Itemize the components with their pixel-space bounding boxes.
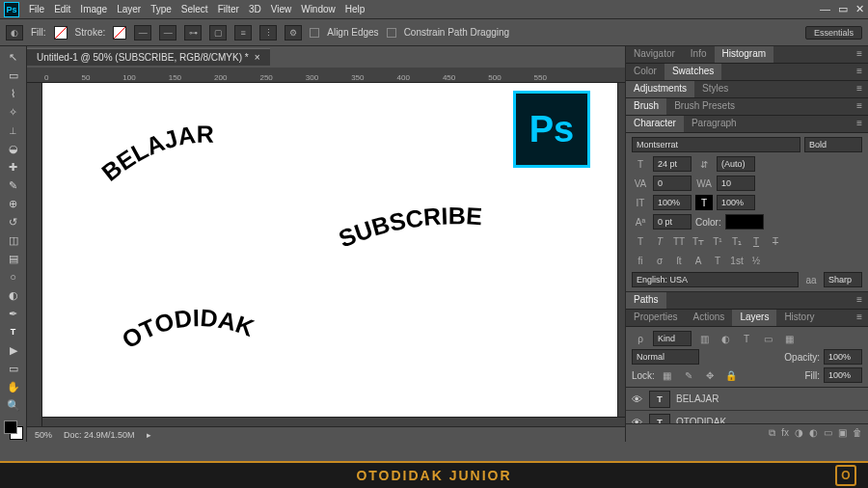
subscript-button[interactable]: T₁ [728,233,746,249]
move-tool[interactable]: ↖ [3,48,24,66]
menu-layer[interactable]: Layer [117,4,141,14]
brush-tool[interactable]: ✎ [3,176,24,194]
layer-fx-icon[interactable]: fx [781,427,789,439]
smallcaps-button[interactable]: Tᴛ [690,233,707,249]
antialias-select[interactable]: Sharp [824,272,862,287]
fraction-button[interactable]: 1st [728,253,746,268]
pen-tool[interactable]: ✒ [3,305,24,322]
menu-filter[interactable]: Filter [218,4,239,14]
shape-tool[interactable]: ▭ [3,360,24,377]
eyedropper-tool[interactable]: ◒ [3,140,24,157]
italic-button[interactable]: T [651,233,668,249]
ordinal-button[interactable]: σ [651,253,668,268]
superscript-button[interactable]: T¹ [709,233,726,249]
canvas[interactable]: BELAJAR SUBSCRIBE OTODIDAK Ps [42,83,625,426]
tab-history[interactable]: History [776,310,822,326]
text-color-swatch[interactable] [725,214,764,230]
tab-color[interactable]: Color [626,64,665,80]
stroke-width[interactable]: — [134,25,151,41]
visibility-toggle[interactable]: 👁 [632,393,643,405]
menu-file[interactable]: File [29,4,44,14]
panel-menu-icon[interactable]: ≡ [851,81,868,97]
tab-character[interactable]: Character [626,116,684,132]
filter-adj-icon[interactable]: ◐ [717,331,734,346]
minimize-icon[interactable]: — [820,3,830,15]
workspace-switcher[interactable]: Essentials [805,26,862,40]
panel-menu-icon[interactable]: ≡ [851,64,868,80]
scrollbar-horizontal[interactable] [42,417,625,426]
menu-window[interactable]: Window [301,4,336,14]
menu-select[interactable]: Select [181,4,208,14]
tab-navigator[interactable]: Navigator [626,46,683,63]
panel-menu-icon[interactable]: ≡ [851,98,868,115]
leading-field[interactable]: (Auto) [717,156,755,172]
tab-swatches[interactable]: Swatches [665,64,721,80]
path-op-icon[interactable]: ▢ [209,25,227,41]
menu-image[interactable]: Image [80,4,107,14]
history-brush-tool[interactable]: ↺ [3,213,24,230]
new-group-icon[interactable]: ▭ [824,427,832,439]
language-select[interactable]: English: USA [632,272,799,287]
panel-menu-icon[interactable]: ≡ [851,116,868,132]
color-swatches[interactable] [4,420,23,440]
filter-smart-icon[interactable]: ▦ [780,331,798,346]
lock-transparent-icon[interactable]: ▦ [659,367,676,383]
tab-brush[interactable]: Brush [626,98,666,115]
stroke-swatch[interactable] [113,26,126,40]
filter-icon[interactable]: ρ [632,331,649,346]
close-icon[interactable]: ✕ [855,3,864,15]
tab-paragraph[interactable]: Paragraph [684,116,745,132]
layer-name[interactable]: BELAJAR [676,393,719,404]
tab-paths[interactable]: Paths [626,292,666,309]
bold-button[interactable]: T [632,233,649,249]
tool-preset-icon[interactable]: ◐ [6,25,23,41]
fill-swatch[interactable] [54,26,68,40]
dodge-tool[interactable]: ◐ [3,286,24,304]
layer-row[interactable]: 👁 T BELAJAR [626,388,868,411]
titling-button[interactable]: T [709,253,726,268]
font-weight-select[interactable]: Bold [804,137,862,152]
tab-adjustments[interactable]: Adjustments [626,81,694,97]
lock-all-icon[interactable]: 🔒 [722,367,740,383]
tab-close-icon[interactable]: × [255,52,260,63]
stroke-style[interactable]: — [159,25,176,41]
status-arrow-icon[interactable]: ▸ [147,430,151,440]
opacity-field[interactable]: 100% [824,349,862,365]
panel-menu-icon[interactable]: ≡ [851,292,868,309]
swash-button[interactable]: ſt [670,253,688,268]
alt-button[interactable]: A [690,253,707,268]
constrain-checkbox[interactable] [387,28,396,38]
layer-mask-icon[interactable]: ◑ [795,427,803,439]
kerning-field[interactable]: 0 [653,176,692,191]
document-tab[interactable]: Untitled-1 @ 50% (SUBSCRIBE, RGB/8/CMYK)… [27,48,270,66]
font-family-select[interactable]: Montserrat [632,137,800,152]
menu-3d[interactable]: 3D [249,4,261,14]
zoom-tool[interactable]: 🔍 [3,396,24,414]
tab-properties[interactable]: Properties [626,310,686,326]
delete-layer-icon[interactable]: 🗑 [853,427,862,439]
ligature-button[interactable]: fi [632,253,649,268]
menu-edit[interactable]: Edit [54,4,70,14]
half-button[interactable]: ½ [747,253,765,268]
tab-histogram[interactable]: Histogram [715,46,774,63]
baseline-field[interactable]: 0 pt [653,214,692,230]
hand-tool[interactable]: ✋ [3,378,24,395]
underline-button[interactable]: T [747,233,765,249]
eraser-tool[interactable]: ◫ [3,231,24,249]
font-size-field[interactable]: 24 pt [653,156,692,172]
new-fill-icon[interactable]: ◐ [809,427,818,439]
menu-type[interactable]: Type [150,4,172,14]
strike-button[interactable]: T [767,233,784,249]
crop-tool[interactable]: ⟂ [3,122,24,139]
wand-tool[interactable]: ✧ [3,103,24,121]
gear-icon[interactable]: ⚙ [285,25,302,41]
tab-brush-presets[interactable]: Brush Presets [666,98,743,115]
tab-actions[interactable]: Actions [686,310,733,326]
lock-pixels-icon[interactable]: ✎ [680,367,697,383]
fill-field[interactable]: 100% [824,367,862,383]
filter-pixel-icon[interactable]: ▥ [695,331,713,346]
maximize-icon[interactable]: ▭ [838,3,848,15]
vscale-field[interactable]: 100% [653,195,692,210]
w-link-icon[interactable]: ⊶ [184,25,202,41]
tab-info[interactable]: Info [683,46,715,63]
